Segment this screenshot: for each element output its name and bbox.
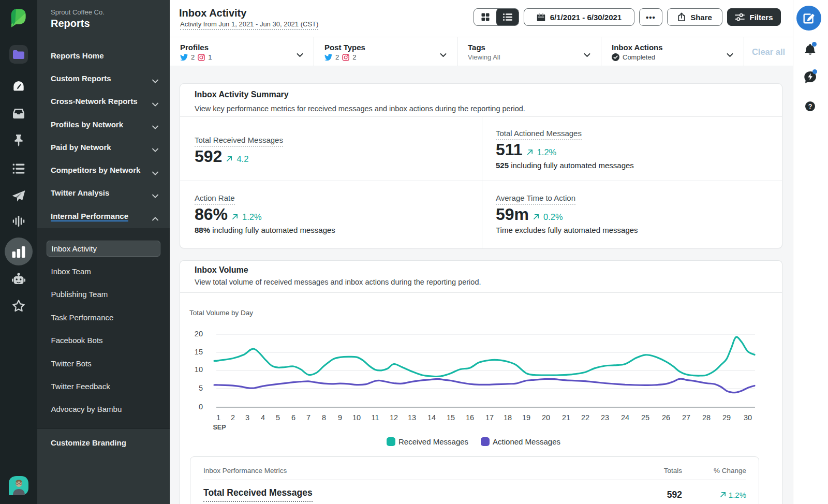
svg-text:0: 0: [199, 403, 203, 411]
svg-text:6: 6: [291, 413, 295, 422]
svg-text:5: 5: [199, 384, 203, 392]
svg-text:26: 26: [662, 413, 670, 422]
svg-text:13: 13: [408, 413, 416, 422]
svg-text:18: 18: [504, 413, 512, 422]
svg-text:30: 30: [744, 413, 752, 422]
svg-text:24: 24: [621, 413, 629, 422]
svg-text:11: 11: [371, 413, 379, 422]
svg-text:15: 15: [447, 413, 455, 422]
svg-text:2: 2: [231, 413, 235, 422]
svg-text:22: 22: [581, 413, 589, 422]
svg-text:8: 8: [322, 413, 326, 422]
svg-text:20: 20: [195, 330, 203, 338]
svg-text:23: 23: [601, 413, 609, 422]
svg-text:9: 9: [338, 413, 342, 422]
svg-text:20: 20: [542, 413, 550, 422]
svg-text:25: 25: [641, 413, 649, 422]
svg-text:17: 17: [485, 413, 494, 422]
svg-text:15: 15: [195, 348, 203, 356]
svg-text:21: 21: [562, 413, 570, 422]
svg-text:28: 28: [702, 413, 711, 422]
svg-text:14: 14: [427, 413, 436, 422]
svg-text:1: 1: [216, 413, 220, 422]
svg-text:12: 12: [390, 413, 398, 422]
svg-text:19: 19: [522, 413, 530, 422]
svg-text:29: 29: [722, 413, 731, 422]
svg-text:5: 5: [276, 413, 280, 422]
svg-text:16: 16: [466, 413, 474, 422]
svg-text:SEP: SEP: [213, 424, 226, 431]
svg-text:3: 3: [245, 413, 249, 422]
svg-text:27: 27: [682, 413, 690, 422]
svg-text:7: 7: [306, 413, 310, 422]
svg-text:?: ?: [808, 103, 812, 110]
svg-text:10: 10: [352, 413, 361, 422]
svg-text:4: 4: [261, 413, 265, 422]
svg-text:10: 10: [195, 365, 203, 374]
